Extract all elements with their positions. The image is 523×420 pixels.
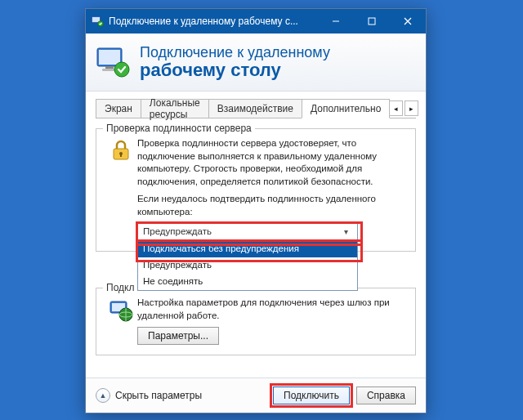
rdp-window: Подключение к удаленному рабочему с... П… [85, 8, 427, 413]
globe-monitor-icon [108, 297, 134, 325]
connect-button[interactable]: Подключить [273, 386, 350, 404]
rdp-banner-icon [94, 43, 132, 81]
auth-prompt: Если неудалось подтвердить подлинность у… [137, 193, 407, 218]
tab-display[interactable]: Экран [96, 99, 141, 118]
banner-line1: Подключение к удаленному [140, 44, 330, 61]
help-button[interactable]: Справка [356, 386, 416, 404]
svg-rect-14 [120, 154, 122, 157]
svg-rect-8 [99, 50, 120, 65]
auth-option-warn[interactable]: Предупреждать [138, 257, 357, 274]
auth-dropdown: Подключаться без предупреждения Предупре… [137, 240, 358, 291]
collapse-icon[interactable]: ▲ [96, 388, 110, 403]
hide-options-link[interactable]: Скрыть параметры [115, 390, 202, 401]
banner: Подключение к удаленному рабочему столу [86, 34, 426, 92]
chevron-down-icon: ▾ [339, 226, 352, 238]
tab-local-resources[interactable]: Локальные ресурсы [141, 99, 209, 118]
maximize-button[interactable] [354, 9, 390, 34]
gateway-description: Настройка параметров для подключения чер… [137, 297, 407, 322]
minimize-button[interactable] [318, 9, 354, 34]
dialog-body: Экран Локальные ресурсы Взаимодействие Д… [86, 92, 426, 378]
auth-option-connect-no-warn[interactable]: Подключаться без предупреждения [138, 241, 357, 257]
tab-strip: Экран Локальные ресурсы Взаимодействие Д… [96, 98, 416, 118]
rdp-icon [91, 15, 104, 28]
window-title: Подключение к удаленному рабочему с... [109, 16, 318, 27]
tab-advanced[interactable]: Дополнительно [302, 99, 390, 118]
group-gateway: Подкл Настройка параметров для по [96, 288, 416, 355]
svg-rect-9 [105, 66, 114, 69]
auth-option-dont-connect[interactable]: Не соединять [138, 274, 357, 290]
tab-scroll-right[interactable]: ▸ [405, 101, 418, 116]
auth-combo[interactable]: Предупреждать ▾ [137, 223, 358, 241]
group-server-auth: Проверка подлинности сервера Проверка по… [96, 128, 416, 252]
tab-scroll-left[interactable]: ◂ [389, 101, 403, 116]
group-server-auth-legend: Проверка подлинности сервера [103, 123, 255, 134]
auth-combo-value: Предупреждать [143, 226, 339, 239]
tab-experience[interactable]: Взаимодействие [208, 99, 302, 118]
footer: ▲ Скрыть параметры Подключить Справка [86, 378, 426, 413]
svg-rect-1 [92, 17, 100, 22]
lock-icon [108, 137, 134, 166]
group-gateway-legend: Подкл [103, 282, 137, 293]
auth-description: Проверка подлинности сервера удостоверяе… [137, 137, 407, 188]
titlebar[interactable]: Подключение к удаленному рабочему с... [86, 9, 426, 34]
close-button[interactable] [390, 9, 426, 34]
svg-point-11 [114, 62, 129, 77]
banner-line2: рабочему столу [140, 60, 330, 80]
auth-combo-wrap: Предупреждать ▾ Подключаться без предупр… [137, 223, 407, 241]
gateway-params-button[interactable]: Параметры... [137, 327, 219, 345]
svg-rect-4 [369, 18, 375, 25]
